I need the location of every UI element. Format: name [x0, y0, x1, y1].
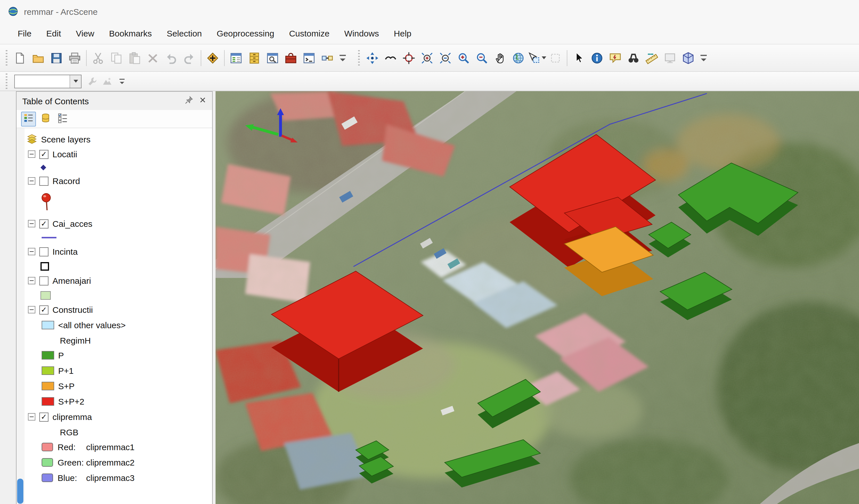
collapse-expander-icon[interactable] — [28, 151, 35, 158]
layer-symbol-square-outline[interactable] — [25, 259, 212, 273]
cut-button[interactable] — [89, 49, 107, 67]
menu-file[interactable]: File — [10, 25, 39, 42]
toc-layer-racord[interactable]: Racord — [25, 173, 212, 189]
delete-button[interactable] — [144, 49, 162, 67]
modelbuilder-button[interactable] — [318, 49, 336, 67]
list-by-drawing-order-button[interactable] — [21, 111, 36, 126]
collapse-expander-icon[interactable] — [28, 413, 35, 421]
toc-scrollbar-thumb[interactable] — [17, 478, 24, 503]
toc-layer-clipremma[interactable]: ✓clipremma — [25, 409, 212, 425]
collapse-expander-icon[interactable] — [28, 177, 35, 185]
layer-visibility-checkbox[interactable]: ✓ — [39, 219, 48, 228]
open-button[interactable] — [29, 49, 47, 67]
full-extent-button[interactable] — [509, 49, 527, 67]
toc-layer-incinta[interactable]: Incinta — [25, 244, 212, 259]
select-elements-button[interactable] — [570, 49, 588, 67]
new-document-button[interactable] — [11, 49, 29, 67]
zoom-out-button[interactable] — [473, 49, 491, 67]
measure-button[interactable] — [643, 49, 661, 67]
toc-close-button[interactable] — [196, 95, 209, 107]
fly-button[interactable] — [381, 49, 400, 67]
layer-visibility-checkbox[interactable]: ✓ — [39, 149, 48, 159]
pan-button[interactable] — [491, 49, 509, 67]
menu-help[interactable]: Help — [386, 25, 419, 42]
zoom-in-fixed-button[interactable] — [418, 49, 436, 67]
toolbar-grip[interactable] — [6, 50, 7, 66]
layer-symbol-swatch[interactable] — [25, 288, 212, 302]
line-symbol-icon — [41, 235, 58, 240]
collapse-expander-icon[interactable] — [28, 220, 35, 227]
search-window-button[interactable] — [263, 49, 282, 67]
rgb-channel-swatch-icon[interactable] — [42, 458, 53, 467]
combobox-dropdown-arrow-icon[interactable] — [70, 75, 81, 88]
menu-bookmarks[interactable]: Bookmarks — [102, 25, 160, 42]
toolbar-options-overflow[interactable] — [336, 49, 349, 67]
arctoolbox-button[interactable] — [282, 49, 300, 67]
secondary-tool-2-button[interactable] — [100, 74, 115, 89]
toc-group-scene-layers[interactable]: Scene layers — [25, 132, 212, 146]
catalog-window-button[interactable] — [245, 49, 263, 67]
viewer-window-button[interactable] — [661, 49, 679, 67]
toolbar-grip[interactable] — [6, 73, 7, 89]
scene-viewport[interactable] — [215, 91, 859, 504]
collapse-expander-icon[interactable] — [28, 248, 35, 255]
layer-visibility-checkbox[interactable] — [39, 276, 48, 285]
zoom-in-button[interactable] — [454, 49, 473, 67]
secondary-tool-1-button[interactable] — [85, 74, 100, 89]
toc-layer-amenajari[interactable]: Amenajari — [25, 273, 212, 288]
list-by-visibility-button[interactable] — [55, 111, 70, 126]
collapse-expander-icon[interactable] — [28, 277, 35, 284]
menu-selection[interactable]: Selection — [160, 25, 209, 42]
center-on-target-button[interactable] — [400, 49, 418, 67]
layer-visibility-checkbox[interactable]: ✓ — [39, 412, 48, 421]
legend-swatch-icon[interactable] — [42, 321, 54, 329]
legend-swatch-icon[interactable] — [42, 366, 54, 375]
navigate-button[interactable] — [363, 49, 381, 67]
find-button[interactable] — [624, 49, 643, 67]
undo-button[interactable] — [162, 49, 180, 67]
html-popup-button[interactable] — [606, 49, 624, 67]
save-button[interactable] — [47, 49, 65, 67]
identify-button[interactable] — [588, 49, 606, 67]
layer-visibility-checkbox[interactable] — [39, 176, 48, 186]
list-by-source-button[interactable] — [38, 111, 53, 126]
copy-button[interactable] — [107, 49, 125, 67]
menu-geoprocessing[interactable]: Geoprocessing — [209, 25, 282, 42]
menu-view[interactable]: View — [69, 25, 102, 42]
menu-edit[interactable]: Edit — [39, 25, 69, 42]
toc-scrollbar-track[interactable] — [17, 128, 25, 504]
collapse-expander-icon[interactable] — [28, 306, 35, 313]
layer-visibility-checkbox[interactable] — [39, 247, 48, 256]
legend-swatch-icon[interactable] — [42, 382, 54, 390]
print-button[interactable] — [65, 49, 84, 67]
toc-layer-locatii[interactable]: ✓Locatii — [25, 146, 212, 162]
select-features-button[interactable] — [527, 49, 546, 67]
toolbar-grip[interactable] — [358, 50, 360, 66]
table-of-contents-window-button[interactable] — [227, 49, 245, 67]
legend-swatch-icon[interactable] — [42, 351, 54, 360]
paste-button[interactable] — [125, 49, 144, 67]
toc-layer-cai-acces[interactable]: ✓Cai_acces — [25, 216, 212, 231]
clear-selected-features-button[interactable] — [546, 49, 564, 67]
menu-customize[interactable]: Customize — [282, 25, 337, 42]
legend-swatch-icon[interactable] — [42, 397, 54, 406]
redo-button[interactable] — [180, 49, 198, 67]
menu-windows[interactable]: Windows — [337, 25, 387, 42]
dropdown-arrow-icon[interactable] — [542, 57, 546, 59]
toolbar-overflow-icon — [697, 51, 710, 64]
zoom-out-fixed-button[interactable] — [436, 49, 454, 67]
rgb-channel-swatch-icon[interactable] — [42, 473, 53, 482]
toolbar-options-overflow[interactable] — [115, 74, 130, 89]
layer-symbol-line[interactable] — [25, 231, 212, 244]
toc-layer-constructii[interactable]: ✓Constructii — [25, 302, 212, 317]
rgb-channel-swatch-icon[interactable] — [42, 443, 53, 451]
layer-symbol-pin[interactable] — [25, 189, 212, 216]
3d-view-button[interactable] — [679, 49, 697, 67]
toolbar-options-overflow[interactable] — [697, 49, 710, 67]
layer-visibility-checkbox[interactable]: ✓ — [39, 305, 48, 314]
toolbar-combobox[interactable] — [14, 74, 81, 88]
toc-auto-hide-pin-button[interactable] — [182, 95, 195, 107]
add-data-button[interactable] — [204, 49, 222, 67]
python-window-button[interactable] — [300, 49, 318, 67]
layer-symbol-dot[interactable] — [25, 162, 212, 173]
